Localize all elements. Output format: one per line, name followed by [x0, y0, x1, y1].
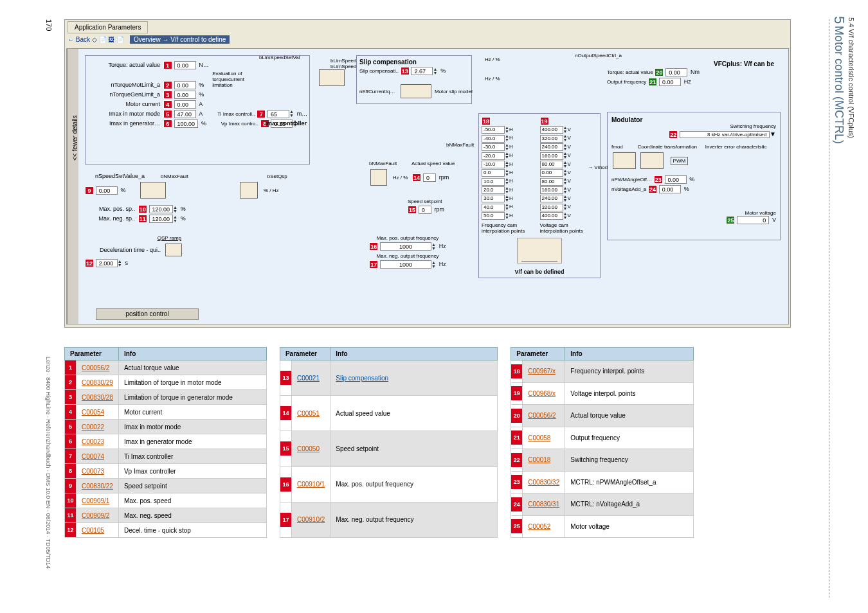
param-code-link[interactable]: C00910/2 [291, 502, 330, 537]
param-code-link[interactable]: C00056/2 [77, 360, 119, 375]
vf-hz-value[interactable]: -20.0 [482, 152, 505, 160]
vf-v-value[interactable]: 240.00 [540, 143, 563, 151]
vf-v-value[interactable]: 240.00 [540, 195, 563, 202]
vf-hz-value[interactable]: 30.0 [482, 195, 505, 202]
spinner-icon[interactable]: ▲▼ [431, 261, 436, 269]
max-pos-freq-value[interactable]: 1000 [380, 242, 431, 251]
decel-value[interactable]: 2.000 [96, 259, 118, 267]
param-code-link[interactable]: C00105 [77, 523, 119, 538]
max-neg-freq-value[interactable]: 1000 [380, 260, 431, 269]
param-code-link[interactable]: C00073 [77, 464, 119, 479]
param-code-link[interactable]: C00021 [291, 360, 330, 396]
param-code-link[interactable]: C00830/22 [77, 479, 119, 493]
param-code-link[interactable]: C00050 [291, 431, 330, 466]
tab-application-parameters[interactable]: Application Parameters [68, 21, 148, 33]
spinner-icon[interactable]: ▲▼ [173, 215, 177, 223]
vf-hz-value[interactable]: 40.0 [482, 204, 505, 211]
param-code-link[interactable]: C00909/1 [77, 493, 119, 508]
spinner-icon[interactable]: ▲▼ [505, 134, 509, 142]
hz-pct-2: Hz / % [485, 76, 500, 82]
param-info: Max. pos. output frequency [330, 466, 498, 502]
spinner-icon[interactable]: ▲▼ [505, 126, 509, 134]
spinner-icon[interactable]: ▲▼ [431, 243, 436, 251]
vf-v-value[interactable]: 160.00 [540, 152, 563, 160]
param-code-link[interactable]: C00968/x [523, 382, 565, 405]
vf-hz-value[interactable]: 0.0 [482, 169, 505, 177]
npwm-label: nPWMAngleOff… [611, 177, 652, 182]
param-code-link[interactable]: C00051 [291, 396, 330, 431]
param-code-link[interactable]: C00830/32 [523, 471, 565, 493]
torque-actual-label: Torque: actual value [89, 62, 161, 68]
toolbar-icons[interactable]: ◇ 📄 🖼 📄 [92, 36, 124, 43]
spinner-icon[interactable]: ▲▼ [505, 161, 509, 168]
param-code-link[interactable]: C00052 [523, 515, 565, 538]
param-code-link[interactable]: C00058 [523, 427, 565, 449]
spinner-icon[interactable]: ▲▼ [505, 203, 509, 211]
ti-imax-value[interactable]: 65 [267, 110, 289, 118]
back-button[interactable]: ← Back [68, 36, 90, 43]
dropdown-icon[interactable]: ▼ [770, 130, 776, 138]
param-code-link[interactable]: C00830/31 [523, 493, 565, 516]
sw-freq-combo[interactable]: 8 kHz var./drive-optimised [680, 131, 770, 138]
section-title: V/f characteristic control (VFCplus) [847, 29, 855, 138]
param-code-link[interactable]: C00909/2 [77, 508, 119, 523]
vf-v-value[interactable]: 320.00 [540, 204, 563, 211]
param-code-link[interactable]: C00830/28 [77, 390, 119, 405]
vf-hz-value[interactable]: 50.0 [482, 212, 505, 220]
vf-hz-value[interactable]: -10.0 [482, 161, 505, 168]
param-info: Limitation of torque in generator mode [118, 390, 266, 405]
vf-hz-value[interactable]: -30.0 [482, 143, 505, 151]
sw-freq-label: Switching frequency [611, 123, 776, 129]
table-row-badge: 23 [511, 471, 523, 493]
qsp-ramp-section: QSP ramp Deceleration time - qui.. 12 2.… [85, 235, 183, 269]
breadcrumb[interactable]: Overview → V/f control to define [130, 35, 230, 44]
vf-v-value[interactable]: 0.00 [540, 169, 563, 177]
vf-hz-value[interactable]: 10.0 [482, 178, 505, 186]
max-pos-sp-value[interactable]: 120.00 [149, 205, 174, 213]
param-code-link[interactable]: C00910/1 [291, 466, 330, 502]
vf-v-value[interactable]: 400.00 [540, 212, 563, 220]
badge-15: 15 [408, 206, 417, 214]
vf-v-value[interactable]: 80.00 [540, 161, 563, 168]
hz-pct-3: Hz / % [393, 175, 408, 181]
spinner-icon[interactable]: ▲▼ [505, 186, 509, 194]
max-neg-sp-value[interactable]: 120.00 [149, 215, 174, 223]
param-code-link[interactable]: C00022 [77, 420, 119, 434]
spinner-icon[interactable]: ▲▼ [289, 110, 294, 118]
vf-hz-value[interactable]: 20.0 [482, 186, 505, 194]
param-code-link[interactable]: C00830/29 [77, 375, 119, 390]
param-code-link[interactable]: C00023 [77, 434, 119, 449]
ntorquemot-label: nTorqueMotLimit_a [89, 82, 161, 88]
vf-hz-value[interactable]: -50.0 [482, 126, 505, 134]
spinner-icon[interactable]: ▲▼ [505, 177, 509, 185]
param-code-link[interactable]: C00967/x [523, 360, 565, 383]
modulator-box: Modulator Switching frequency 22 8 kHz v… [607, 112, 781, 240]
param-code-link[interactable]: C00054 [77, 405, 119, 420]
vf-v-value[interactable]: 160.00 [540, 186, 563, 194]
param-info[interactable]: Slip compensation [330, 360, 498, 396]
spinner-icon[interactable]: ▲▼ [173, 206, 177, 213]
spinner-icon[interactable]: ▲▼ [505, 212, 509, 220]
vf-hz-value[interactable]: -40.0 [482, 135, 505, 143]
imax-motor-value[interactable]: 47.00 [174, 110, 196, 118]
spinner-icon[interactable]: ▲▼ [118, 260, 122, 267]
spinner-icon[interactable]: ▲▼ [505, 195, 509, 202]
position-control-button[interactable]: position control [96, 308, 199, 320]
spinner-icon[interactable]: ▲▼ [505, 152, 509, 159]
spinner-icon[interactable]: ▲▼ [505, 143, 509, 151]
fewer-details-button[interactable]: << fewer details [67, 49, 78, 324]
param-code-link[interactable]: C00056/2 [523, 405, 565, 427]
slip-comp-value[interactable]: 2.67 [411, 67, 433, 75]
spinner-icon[interactable]: ▲▼ [505, 169, 509, 177]
param-code-link[interactable]: C00074 [77, 449, 119, 464]
vf-v-value[interactable]: 320.00 [540, 135, 563, 143]
vf-v-value[interactable]: 400.00 [540, 126, 563, 134]
table-row-badge: 6 [65, 434, 77, 449]
pwm-label: PWM [671, 157, 689, 165]
spinner-icon[interactable]: ▲▼ [433, 67, 437, 75]
param-code-link[interactable]: C00018 [523, 449, 565, 472]
bnmaxfault-label-2: bNMaxFault [446, 142, 474, 148]
vf-v-value[interactable]: 80.00 [540, 178, 563, 186]
torque-actual-value: 0.00 [174, 61, 196, 69]
imax-gen-value[interactable]: 100.00 [174, 120, 199, 128]
